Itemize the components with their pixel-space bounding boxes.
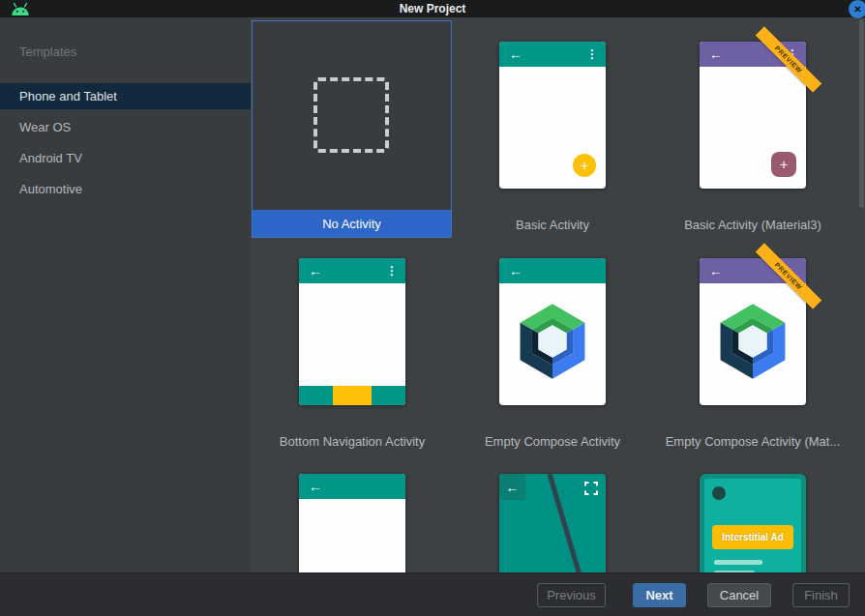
new-project-dialog: New Project ✕ Templates Phone and Tablet… <box>0 0 865 616</box>
sidebar-item-wear-os[interactable]: Wear OS <box>0 114 251 140</box>
back-arrow-icon: ← <box>709 42 723 67</box>
template-card-empty-compose-activity-material3[interactable]: ← PREVIEW <box>700 258 806 405</box>
card-label: Bottom Navigation Activity <box>252 434 453 449</box>
vertical-scrollbar[interactable] <box>859 19 864 208</box>
footer-bar: Previous Next Cancel Finish <box>0 572 865 616</box>
app-bar: ← <box>499 258 606 283</box>
card-label: Basic Activity (Material3) <box>652 218 853 232</box>
bottom-nav-bar <box>299 386 405 405</box>
sidebar: Templates Phone and Tablet Wear OS Andro… <box>0 17 251 572</box>
template-card-basic-activity-material3[interactable]: ← ⋮ + PREVIEW <box>700 42 806 189</box>
back-arrow-icon: ← <box>509 42 522 67</box>
back-arrow-icon: ← <box>499 474 525 500</box>
placeholder-line <box>714 560 762 565</box>
dialog-title: New Project <box>400 2 466 15</box>
sidebar-item-phone-and-tablet[interactable]: Phone and Tablet <box>0 83 251 109</box>
finish-button[interactable]: Finish <box>792 583 850 607</box>
interstitial-ad-badge: Interstitial Ad <box>712 525 793 549</box>
jetpack-compose-logo-icon <box>512 301 593 386</box>
template-card-empty-compose-activity[interactable]: ← <box>499 258 606 405</box>
back-arrow-icon: ← <box>309 474 322 499</box>
overflow-menu-icon: ⋮ <box>586 47 598 61</box>
jetpack-compose-logo-icon <box>712 301 793 386</box>
close-icon[interactable]: ✕ <box>849 0 865 18</box>
card-label: No Activity <box>253 210 451 237</box>
back-arrow-icon: ← <box>709 258 723 283</box>
fab-icon: + <box>573 154 596 177</box>
template-card-basic-activity[interactable]: ← ⋮ + <box>499 42 606 189</box>
fab-icon: + <box>771 152 796 177</box>
next-button[interactable]: Next <box>633 583 686 607</box>
app-bar: ← ⋮ <box>499 42 606 67</box>
sidebar-item-android-tv[interactable]: Android TV <box>0 145 251 171</box>
back-arrow-icon: ← <box>509 258 522 283</box>
template-card-row3-fullscreen[interactable]: ← <box>499 474 606 572</box>
previous-button[interactable]: Previous <box>537 583 606 607</box>
fullscreen-icon <box>584 482 598 499</box>
app-bar: ← ⋮ <box>299 258 405 283</box>
no-activity-placeholder-icon <box>313 77 389 153</box>
template-card-row3-1[interactable]: ← <box>299 474 405 572</box>
menu-dot-icon <box>712 486 726 500</box>
card-label: Basic Activity <box>452 218 653 232</box>
sidebar-item-automotive[interactable]: Automotive <box>0 176 251 202</box>
app-bar: ← <box>299 474 405 499</box>
card-label: Empty Compose Activity (Mat... <box>652 434 853 449</box>
template-card-no-activity[interactable]: No Activity <box>252 20 452 238</box>
sidebar-header: Templates <box>19 44 76 59</box>
template-card-bottom-navigation-activity[interactable]: ← ⋮ <box>299 258 405 405</box>
cancel-button[interactable]: Cancel <box>707 583 771 607</box>
overflow-menu-icon: ⋮ <box>386 264 398 278</box>
template-gallery: No Activity ← ⋮ + Basic Activity ← ⋮ + P… <box>251 17 865 572</box>
back-arrow-icon: ← <box>309 258 322 283</box>
template-card-row3-admob[interactable]: Interstitial Ad <box>700 474 806 572</box>
card-label: Empty Compose Activity <box>452 434 653 449</box>
title-bar: New Project ✕ <box>0 0 865 17</box>
